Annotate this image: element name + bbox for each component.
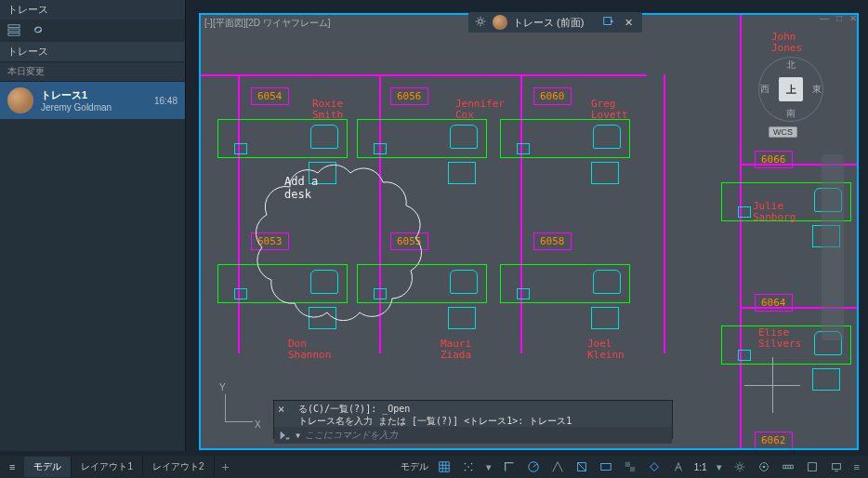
monitor-symbol: [812, 368, 840, 391]
equipment-symbol: [517, 288, 530, 299]
svg-rect-1: [8, 29, 20, 32]
svg-point-7: [470, 463, 472, 465]
link-icon[interactable]: [32, 23, 45, 38]
command-prompt-icon: [278, 429, 291, 442]
trace-item[interactable]: トレース1 Jeremy Goldman 16:48: [0, 82, 185, 119]
dropdown-icon[interactable]: ▾: [712, 458, 727, 476]
avatar: [7, 87, 33, 113]
viewcube-west[interactable]: 西: [760, 83, 769, 96]
snap-icon[interactable]: [457, 458, 480, 476]
occupant-name-label: JenniferCox: [455, 99, 505, 121]
ortho-icon[interactable]: [498, 458, 520, 476]
tab-model[interactable]: モデル: [24, 457, 72, 477]
trace-item-user: Jeremy Goldman: [41, 102, 147, 113]
hardware-accel-icon[interactable]: [825, 458, 848, 476]
viewport-label[interactable]: [-][平面図][2D ワイヤフレーム]: [204, 17, 331, 30]
command-line[interactable]: × る(C)/一覧(?)]: _Open トレース名を入力 または [一覧(?)…: [273, 400, 673, 439]
chair-symbol: [310, 125, 338, 149]
tab-layout2[interactable]: レイアウト2: [143, 457, 215, 477]
svg-point-10: [467, 466, 469, 468]
command-history: る(C)/一覧(?)]: _Open トレース名を入力 または [一覧(?)] …: [274, 401, 672, 427]
isolate-icon[interactable]: [801, 458, 823, 476]
dropdown-icon[interactable]: ▾: [481, 458, 496, 476]
svg-rect-2: [8, 33, 20, 36]
equipment-symbol: [374, 143, 387, 154]
breadcrumb[interactable]: トレース: [0, 42, 185, 61]
viewcube-east[interactable]: 東: [812, 83, 822, 96]
annotation-icon[interactable]: [667, 458, 690, 476]
desk-number-label: 6066: [755, 151, 793, 168]
equipment-symbol: [234, 143, 247, 154]
chair-symbol: [450, 125, 478, 149]
occupant-name-label: JulieSanborg: [753, 201, 796, 223]
close-icon[interactable]: ✕: [621, 17, 637, 29]
monitor-symbol: [309, 307, 336, 329]
desk-number-label: 6058: [533, 232, 572, 250]
equipment-symbol: [234, 288, 247, 299]
lineweight-icon[interactable]: [595, 458, 617, 476]
viewcube-south[interactable]: 南: [786, 107, 796, 120]
desk-number-label: 6054: [251, 87, 289, 105]
viewcube[interactable]: 上 北 南 東 西: [758, 57, 823, 122]
svg-rect-14: [625, 462, 629, 467]
desk-number-label: 6062: [755, 432, 793, 449]
gear-icon[interactable]: [729, 458, 751, 476]
wall: [201, 74, 647, 76]
close-icon[interactable]: ✕: [849, 13, 857, 23]
window-controls: — □ ✕: [820, 13, 857, 23]
restore-icon[interactable]: □: [836, 13, 842, 23]
chair-symbol: [593, 270, 621, 294]
tab-layout1[interactable]: レイアウト1: [72, 457, 143, 477]
monitor-symbol: [448, 307, 476, 329]
viewcube-north[interactable]: 北: [786, 59, 796, 72]
svg-point-16: [737, 465, 741, 469]
crosshair: [772, 357, 773, 413]
chair-symbol: [593, 125, 621, 149]
close-icon[interactable]: ×: [278, 403, 284, 416]
trace-toolbar-title: トレース (前面): [513, 16, 584, 30]
wall: [664, 74, 665, 353]
annotation-text: desk: [284, 188, 311, 201]
wall: [379, 74, 381, 353]
grid-icon[interactable]: [433, 458, 455, 476]
traces-list-icon[interactable]: [7, 23, 20, 38]
viewcube-top[interactable]: 上: [779, 77, 803, 101]
drawing-viewport[interactable]: [-][平面図][2D ワイヤフレーム] 6054605660606053605…: [199, 13, 859, 450]
svg-rect-20: [808, 463, 816, 471]
customize-icon[interactable]: ≡: [849, 458, 864, 475]
status-space[interactable]: モデル: [398, 460, 431, 473]
transparency-icon[interactable]: [619, 458, 641, 476]
menu-icon[interactable]: ≡: [0, 461, 24, 472]
svg-rect-5: [286, 438, 290, 440]
trace-item-name: トレース1: [41, 88, 147, 102]
trace-toolbar[interactable]: トレース (前面) ✕: [468, 12, 642, 33]
desk-number-label: 6053: [251, 232, 289, 250]
polar-icon[interactable]: [522, 458, 545, 476]
command-input[interactable]: ここにコマンドを入力: [305, 429, 398, 442]
add-layout-button[interactable]: +: [215, 459, 237, 474]
workspace-icon[interactable]: [753, 458, 775, 476]
osnap-icon[interactable]: [571, 458, 593, 476]
occupant-name-label: JoelKleinn: [587, 339, 625, 361]
section-header: 本日変更: [0, 61, 185, 82]
selection-cycling-icon[interactable]: [643, 458, 665, 476]
units-icon[interactable]: [777, 458, 799, 476]
desk-number-label: 6055: [390, 232, 428, 250]
svg-rect-0: [8, 25, 20, 28]
wcs-badge[interactable]: WCS: [769, 126, 797, 138]
svg-rect-4: [604, 18, 612, 25]
monitor-symbol: [591, 307, 619, 329]
navigation-bar[interactable]: [822, 154, 844, 340]
svg-point-9: [470, 470, 472, 471]
annotation-scale[interactable]: 1:1: [691, 462, 710, 472]
isodraft-icon[interactable]: [546, 458, 569, 476]
occupant-name-label: DonShannon: [288, 339, 331, 361]
desk-number-label: 6060: [533, 87, 572, 105]
traces-panel: トレース トレース 本日変更 トレース1 Jeremy Goldman 16:4…: [0, 0, 186, 451]
minimize-icon[interactable]: —: [820, 13, 829, 23]
contribute-icon[interactable]: [602, 15, 615, 30]
svg-point-6: [464, 463, 466, 465]
gear-icon[interactable]: [474, 15, 487, 30]
occupant-name-label: RoxieSmith: [312, 99, 343, 121]
trace-item-info: トレース1 Jeremy Goldman: [41, 88, 147, 113]
